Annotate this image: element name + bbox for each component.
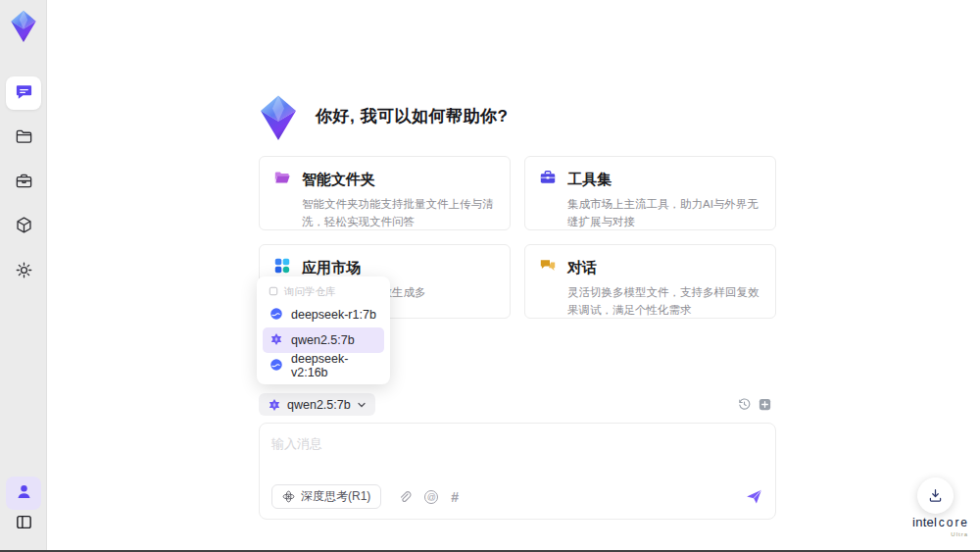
download-button[interactable] bbox=[917, 477, 954, 514]
card-chat[interactable]: 对话 灵活切换多模型文件，支持多样回复效果调试，满足个性化需求 bbox=[524, 244, 776, 319]
deepseek-icon bbox=[270, 307, 283, 324]
card-toolset[interactable]: 工具集 集成市场上主流工具，助力AI与外界无缝扩展与对接 bbox=[524, 156, 776, 230]
sidebar-item-models[interactable] bbox=[6, 210, 41, 243]
app-logo bbox=[7, 9, 40, 44]
app-market-icon bbox=[273, 257, 291, 278]
intel-wordmark: intel bbox=[912, 515, 937, 529]
card-description: 智能文件夹功能支持批量文件上传与清洗，轻松实现文件问答 bbox=[302, 196, 496, 230]
model-option-deepseek-r1[interactable]: deepseek-r1:7b bbox=[263, 302, 384, 327]
model-option-label: deepseek-v2:16b bbox=[291, 352, 377, 379]
sidebar-item-chat[interactable] bbox=[6, 76, 41, 110]
core-wordmark: core bbox=[939, 516, 969, 529]
card-title: 应用市场 bbox=[302, 259, 361, 277]
folder-purple-icon bbox=[273, 169, 291, 190]
qwen-icon bbox=[268, 398, 281, 412]
send-button[interactable] bbox=[744, 487, 763, 507]
sidebar-item-settings[interactable] bbox=[6, 255, 41, 288]
composer: 深度思考(R1) @ # bbox=[259, 423, 776, 520]
history-icon[interactable] bbox=[737, 397, 752, 412]
composer-toolbar: 深度思考(R1) @ # bbox=[271, 484, 763, 509]
at-icon[interactable]: @ bbox=[424, 490, 438, 504]
user-icon bbox=[15, 482, 33, 505]
briefcase-icon bbox=[15, 172, 33, 194]
download-icon bbox=[927, 487, 944, 504]
chevron-down-icon bbox=[357, 400, 367, 410]
card-title: 工具集 bbox=[567, 171, 612, 189]
sidebar-item-tools[interactable] bbox=[6, 166, 41, 199]
send-icon bbox=[745, 487, 763, 506]
atom-icon bbox=[282, 490, 295, 503]
model-option-qwen[interactable]: qwen2.5:7b bbox=[263, 327, 384, 353]
greeting-text: 你好, 我可以如何帮助你? bbox=[316, 105, 508, 127]
chat-bubbles-gold-icon bbox=[539, 257, 557, 278]
deepseek-icon bbox=[270, 358, 283, 375]
sidebar-item-account[interactable] bbox=[6, 477, 41, 510]
ultra-label: Ultra bbox=[906, 531, 976, 537]
folder-icon bbox=[15, 127, 33, 150]
greeting-logo bbox=[255, 93, 302, 142]
model-selector[interactable]: qwen2.5:7b bbox=[259, 393, 375, 416]
cube-icon bbox=[15, 216, 33, 238]
hash-icon[interactable]: # bbox=[451, 489, 459, 505]
model-dropdown-header: 询问学仓库 bbox=[263, 282, 384, 302]
model-option-label: qwen2.5:7b bbox=[291, 333, 355, 347]
message-input[interactable] bbox=[260, 424, 775, 475]
qwen-icon bbox=[270, 332, 283, 349]
deep-think-toggle[interactable]: 深度思考(R1) bbox=[271, 484, 381, 509]
card-description: 灵活切换多模型文件，支持多样回复效果调试，满足个性化需求 bbox=[567, 284, 761, 319]
new-chat-icon[interactable] bbox=[758, 397, 772, 412]
chat-bubble-icon bbox=[15, 82, 33, 105]
paperclip-icon[interactable] bbox=[398, 490, 412, 504]
model-selector-label: qwen2.5:7b bbox=[287, 398, 351, 412]
model-option-label: deepseek-r1:7b bbox=[291, 308, 376, 322]
deep-think-label: 深度思考(R1) bbox=[301, 488, 370, 505]
sidebar-item-collapse[interactable] bbox=[6, 507, 41, 540]
model-dropdown: 询问学仓库 deepseek-r1:7b qwen2.5:7b deepseek… bbox=[257, 276, 390, 384]
repo-icon bbox=[269, 286, 278, 298]
model-option-deepseek-v2[interactable]: deepseek-v2:16b bbox=[263, 353, 384, 378]
card-title: 智能文件夹 bbox=[302, 171, 375, 189]
toolbox-icon bbox=[539, 169, 557, 190]
composer-icons: @ # bbox=[398, 489, 459, 505]
card-description: 集成市场上主流工具，助力AI与外界无缝扩展与对接 bbox=[567, 196, 761, 230]
sidebar-item-folders[interactable] bbox=[6, 122, 41, 155]
model-dropdown-header-label: 询问学仓库 bbox=[284, 285, 336, 299]
panel-toggle-icon bbox=[15, 513, 33, 535]
sidebar bbox=[0, 0, 47, 552]
gear-icon bbox=[15, 261, 33, 283]
card-title: 对话 bbox=[567, 259, 597, 277]
card-smart-folder[interactable]: 智能文件夹 智能文件夹功能支持批量文件上传与清洗，轻松实现文件问答 bbox=[259, 156, 511, 230]
app-window: 你好, 我可以如何帮助你? 智能文件夹 智能文件夹功能支持批量文件上传与清洗，轻… bbox=[0, 0, 980, 552]
intel-core-logo: intel core Ultra bbox=[906, 513, 976, 537]
